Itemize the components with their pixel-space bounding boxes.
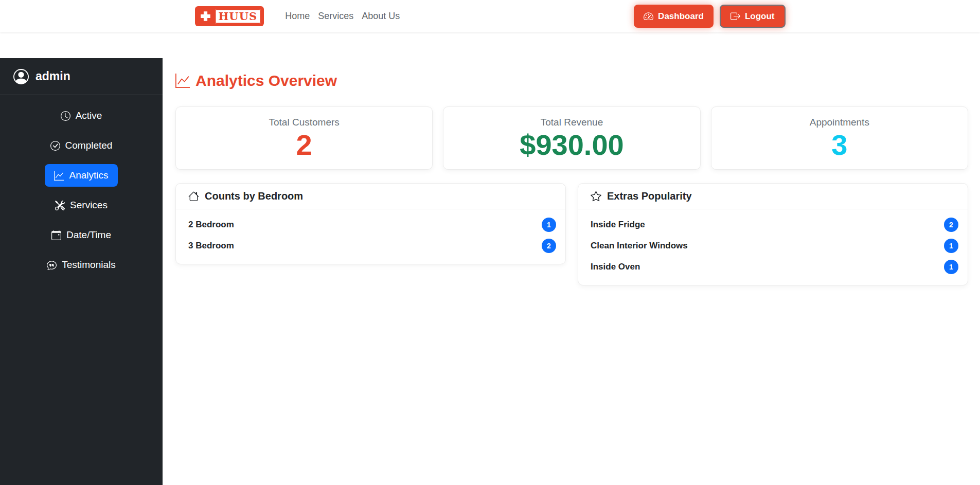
list-item-label: 3 Bedroom	[188, 241, 234, 251]
tools-icon	[55, 201, 65, 210]
panel-title: Counts by Bedroom	[205, 190, 303, 202]
stat-value: 2	[296, 131, 312, 159]
brand-logo[interactable]: HUUS	[195, 6, 264, 26]
top-navbar: HUUS Home Services About Us Dashboard Lo…	[0, 0, 980, 32]
panels-row: Counts by Bedroom 2 Bedroom 1 3 Bedroom …	[175, 183, 968, 285]
panel-counts-by-bedroom: Counts by Bedroom 2 Bedroom 1 3 Bedroom …	[175, 183, 566, 264]
page-title-text: Analytics Overview	[195, 72, 337, 89]
list-item: Inside Fridge 2	[591, 214, 958, 235]
stats-row: Total Customers 2 Total Revenue $930.00 …	[175, 106, 968, 170]
count-badge: 2	[944, 218, 958, 232]
sidebar-item-label: Analytics	[69, 170, 108, 181]
list-item-label: Clean Interior Windows	[591, 241, 688, 251]
sidebar-item-label: Active	[76, 110, 102, 121]
graph-up-icon	[54, 171, 64, 181]
list-item-label: 2 Bedroom	[188, 220, 234, 230]
count-badge: 1	[944, 260, 958, 274]
list-item: Clean Interior Windows 1	[591, 235, 958, 256]
stat-label: Appointments	[810, 117, 869, 128]
box-arrow-right-icon	[730, 11, 740, 21]
list-item: Inside Oven 1	[591, 256, 958, 277]
panel-body: Inside Fridge 2 Clean Interior Windows 1…	[578, 209, 968, 285]
logout-button[interactable]: Logout	[720, 5, 786, 28]
count-badge: 1	[944, 239, 958, 253]
chat-quote-icon	[47, 260, 57, 270]
sidebar-item-label: Date/Time	[66, 229, 111, 241]
house-icon	[188, 191, 199, 202]
stat-label: Total Customers	[269, 117, 340, 128]
sidebar-item-active[interactable]: Active	[51, 104, 112, 127]
main-content: Analytics Overview Total Customers 2 Tot…	[163, 58, 980, 485]
sidebar-nav: Active Completed Analytics Services Date…	[0, 95, 163, 276]
panel-header: Extras Popularity	[578, 184, 968, 209]
sidebar-item-date-time[interactable]: Date/Time	[42, 224, 120, 246]
page-title: Analytics Overview	[175, 72, 968, 89]
panel-title: Extras Popularity	[607, 190, 692, 202]
brand-name: HUUS	[219, 10, 258, 23]
panel-extras-popularity: Extras Popularity Inside Fridge 2 Clean …	[578, 183, 968, 285]
stat-value: $930.00	[520, 131, 623, 159]
stat-card-total-customers: Total Customers 2	[175, 106, 433, 170]
calendar-icon	[51, 230, 61, 240]
dashboard-button[interactable]: Dashboard	[634, 5, 714, 28]
stat-card-total-revenue: Total Revenue $930.00	[443, 106, 700, 170]
sidebar-item-label: Services	[70, 200, 108, 211]
list-item-label: Inside Fridge	[591, 220, 645, 230]
panel-body: 2 Bedroom 1 3 Bedroom 2	[176, 209, 565, 264]
admin-sidebar: admin Active Completed Analytics Service…	[0, 58, 163, 485]
swiss-cross-icon	[200, 10, 211, 22]
panel-header: Counts by Bedroom	[176, 184, 565, 209]
stat-label: Total Revenue	[541, 117, 603, 128]
nav-link-services[interactable]: Services	[314, 7, 358, 26]
dashboard-button-label: Dashboard	[658, 11, 704, 22]
sidebar-username: admin	[35, 69, 70, 83]
check-circle-icon	[50, 141, 60, 151]
speedometer-icon	[644, 11, 653, 21]
sidebar-item-testimonials[interactable]: Testimonials	[38, 254, 125, 276]
sidebar-item-label: Testimonials	[62, 259, 116, 271]
nav-link-home[interactable]: Home	[281, 7, 314, 26]
list-item-label: Inside Oven	[591, 262, 640, 272]
person-circle-icon	[13, 69, 29, 84]
sidebar-item-analytics[interactable]: Analytics	[45, 164, 117, 187]
list-item: 2 Bedroom 1	[188, 214, 556, 235]
count-badge: 1	[542, 218, 556, 232]
sidebar-item-completed[interactable]: Completed	[41, 134, 122, 157]
count-badge: 2	[542, 239, 556, 253]
logout-button-label: Logout	[745, 11, 775, 22]
clock-icon	[61, 111, 70, 121]
stat-card-appointments: Appointments 3	[711, 106, 968, 170]
sidebar-item-services[interactable]: Services	[46, 194, 117, 217]
sidebar-item-label: Completed	[65, 140, 113, 151]
list-item: 3 Bedroom 2	[188, 235, 556, 256]
nav-link-about-us[interactable]: About Us	[358, 7, 404, 26]
stat-value: 3	[831, 131, 847, 159]
nav-links: Home Services About Us	[281, 7, 404, 26]
star-icon	[591, 191, 601, 202]
graph-up-icon	[175, 74, 190, 88]
nav-buttons: Dashboard Logout	[634, 5, 785, 28]
brand-name-box: HUUS	[215, 9, 261, 24]
sidebar-user: admin	[0, 58, 163, 95]
